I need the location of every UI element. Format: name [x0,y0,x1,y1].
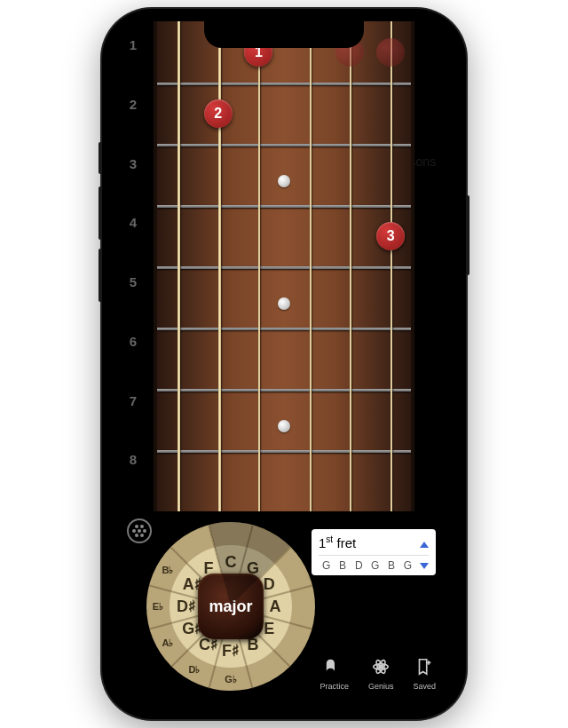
fret-number: 8 [122,452,145,511]
string[interactable] [350,21,351,511]
app-root: ChordsScalesLessonsTunerMetronome 123456… [114,21,454,707]
tool-genius[interactable]: Genius [368,657,394,691]
fret-wire [157,144,411,146]
wheel-note-D♯[interactable]: D♯ [177,597,196,616]
wheel-enharmonic: D♭ [189,664,201,676]
position-down-icon[interactable] [420,563,429,569]
bottom-bar: CGDAEBF♯G♭C♯D♭G♯A♭D♯E♭A♯B♭F major 1st fr… [114,511,454,707]
fret-number: 1 [122,37,145,97]
fret-number: 4 [122,215,145,274]
fret-number-column: 12345678 [122,37,145,511]
fretboard-inlay [278,175,290,187]
fret-wire [157,328,411,330]
string[interactable] [178,21,180,511]
tool-practice[interactable]: Practice [320,657,349,691]
chord-quality-label: major [198,574,264,639]
finger-ghost[interactable] [376,38,405,67]
tuning-note: G [400,559,416,572]
screen: ChordsScalesLessonsTunerMetronome 123456… [114,21,454,707]
position-row[interactable]: 1st fret [319,534,429,556]
practice-icon [325,657,344,678]
fretboard-inlay [278,297,290,310]
phone-volume-down [99,249,102,302]
notch [204,21,364,48]
finger-3[interactable]: 3 [376,222,405,250]
tuning-note: D [351,559,367,572]
string[interactable] [258,21,260,511]
fret-number: 3 [122,156,145,216]
wheel-enharmonic: G♭ [225,674,237,685]
wheel-enharmonic: B♭ [162,565,174,576]
tuning-row[interactable]: G B D G B G [319,559,429,572]
fret-number: 6 [122,334,145,393]
wheel-note-E[interactable]: E [264,620,274,638]
phone-power-button [466,195,469,275]
finger-2[interactable]: 2 [204,99,233,128]
phone-mute-switch [99,142,102,174]
wheel-enharmonic: A♭ [162,637,174,649]
fret-number: 7 [122,393,145,453]
wheel-note-C[interactable]: C [225,553,237,572]
tuning-note: B [335,559,351,572]
wheel-note-A[interactable]: A [270,597,281,616]
tool-label: Saved [413,682,436,691]
more-options-button[interactable] [127,518,152,543]
tool-saved[interactable]: Saved [413,657,436,691]
chord-wheel[interactable]: CGDAEBF♯G♭C♯D♭G♯A♭D♯E♭A♯B♭F major [146,522,315,691]
tuning-note: B [383,559,399,572]
genius-icon [371,657,390,678]
position-up-icon[interactable] [420,542,429,548]
tuning-note: G [367,559,383,572]
string[interactable] [310,21,312,511]
fret-number: 5 [122,274,145,334]
fret-wire [157,266,411,269]
tool-label: Practice [320,682,349,691]
string[interactable] [390,21,392,511]
position-label: 1st fret [319,534,356,551]
fret-wire [157,83,411,85]
svg-point-0 [379,665,383,669]
wheel-note-D[interactable]: D [264,575,275,594]
phone-frame: ChordsScalesLessonsTunerMetronome 123456… [102,9,466,719]
position-panel[interactable]: 1st fret G B D G B G [312,529,436,575]
wheel-hub[interactable]: major [198,574,264,639]
fretboard-inlay [278,420,290,432]
tuning-note: G [319,559,335,572]
fret-wire [157,389,411,392]
wheel-note-F♯[interactable]: F♯ [222,641,240,661]
phone-volume-up [99,186,102,240]
fretboard[interactable]: 123 [154,21,414,511]
fret-wire [157,205,411,208]
tool-label: Genius [368,682,394,691]
wheel-enharmonic: E♭ [153,601,163,613]
fret-wire [157,450,411,453]
fret-number: 2 [122,97,145,156]
saved-icon [414,657,434,678]
tool-row: PracticeGeniusSaved [320,657,436,691]
string[interactable] [218,21,221,511]
